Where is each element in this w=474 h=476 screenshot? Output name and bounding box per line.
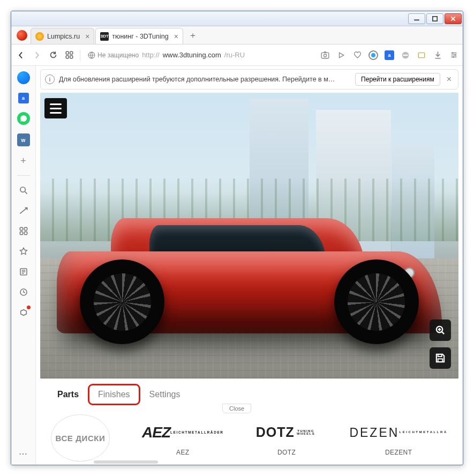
window-close-button[interactable] <box>445 13 462 24</box>
svg-point-13 <box>452 56 454 58</box>
svg-rect-18 <box>24 232 27 234</box>
whatsapp-icon[interactable] <box>17 112 30 125</box>
brand-logo-icon: DEZEN LEICHTMETALLRÄ <box>349 420 448 445</box>
download-icon[interactable] <box>433 50 442 60</box>
carousel-scrollbar[interactable] <box>94 460 158 464</box>
new-tab-button[interactable]: ＋ <box>186 29 199 42</box>
add-messenger-button[interactable]: + <box>18 155 29 167</box>
svg-point-11 <box>452 52 453 54</box>
svg-rect-9 <box>403 54 408 55</box>
browser-toolbar: Не защищено http://www.3dtuning.com/ru-R… <box>11 44 463 66</box>
brand-name: DEZENT <box>385 449 412 456</box>
svg-rect-1 <box>66 51 69 54</box>
history-icon[interactable] <box>18 286 29 298</box>
svg-rect-17 <box>20 232 22 234</box>
brand-item-dotz[interactable]: DOTZ TUNING WHEELS DOTZ <box>256 420 318 456</box>
svg-rect-10 <box>418 53 424 57</box>
panel-tabs: Parts Finishes Settings <box>48 384 451 405</box>
bookmarks-icon[interactable] <box>18 246 29 257</box>
flow-icon[interactable] <box>18 205 29 217</box>
save-button[interactable] <box>430 347 451 369</box>
browser-tab-lumpics[interactable]: Lumpics.ru × <box>31 28 94 44</box>
brand-name: AEZ <box>176 449 190 456</box>
extensions-icon[interactable] <box>18 307 29 318</box>
heart-icon[interactable] <box>352 50 362 60</box>
tab-finishes[interactable]: Finishes <box>88 384 140 405</box>
svg-point-14 <box>20 187 25 192</box>
vk-label: w <box>21 137 26 143</box>
brand-logo-main: DOTZ <box>256 427 295 438</box>
tuning-viewer: 3DT <box>40 93 458 465</box>
messenger-icon[interactable] <box>17 71 30 84</box>
save-expand-icon[interactable] <box>445 347 453 369</box>
panel-close-button[interactable]: Close <box>222 404 251 413</box>
viewer-menu-button[interactable] <box>44 98 67 118</box>
brand-item-aez[interactable]: AEZ LEICHTMETALLRÄDER AEZ <box>142 420 224 456</box>
car-canvas[interactable]: 3DT <box>40 93 458 378</box>
speed-dial-button[interactable] <box>64 50 74 61</box>
brand-name: DOTZ <box>277 449 296 456</box>
url-path: /ru-RU <box>224 51 245 59</box>
translate-sidebar-icon[interactable]: a <box>18 93 29 103</box>
address-bar[interactable]: Не защищено http://www.3dtuning.com/ru-R… <box>86 48 315 63</box>
sidebar-more-icon[interactable]: ⋯ <box>18 448 29 459</box>
brand-logo-sub: LEICHTMETALLRÄDER <box>170 431 224 434</box>
speed-dial-sidebar-icon[interactable] <box>18 225 29 237</box>
security-label: Не защищено <box>97 51 139 59</box>
sidebar-separator <box>17 175 30 176</box>
svg-rect-3 <box>66 56 69 58</box>
globe-icon <box>88 51 95 59</box>
brand-logo-icon: AEZ LEICHTMETALLRÄDER <box>142 420 224 445</box>
brand-carousel[interactable]: ВСЕ ДИСКИ AEZ LEICHTMETALLRÄDER AEZ DOTZ <box>48 405 451 463</box>
tab-settings[interactable]: Settings <box>140 384 190 405</box>
toolbar-right-icons: a <box>320 50 458 60</box>
back-button[interactable] <box>16 50 26 61</box>
tab-close-icon[interactable]: × <box>174 32 178 41</box>
brand-item-dezent[interactable]: DEZEN LEICHTMETALLRÄ DEZENT <box>349 420 448 456</box>
opera-logo-icon <box>17 30 27 41</box>
vpn-icon[interactable] <box>368 50 378 60</box>
wheel-front <box>80 259 164 344</box>
wallet-icon[interactable] <box>417 50 426 60</box>
favicon-icon <box>35 32 44 41</box>
parts-panel: Parts Finishes Settings Close ВСЕ ДИСКИ … <box>40 378 458 465</box>
window-minimize-button[interactable] <box>408 13 425 24</box>
go-to-extensions-button[interactable]: Перейти к расширениям <box>355 73 440 86</box>
url-host: www.3dtuning.com <box>163 51 221 59</box>
forward-button <box>32 50 42 61</box>
brand-logo-main: DEZEN <box>349 427 399 438</box>
adblock-icon[interactable] <box>401 50 410 60</box>
separator <box>80 50 80 61</box>
snapshot-icon[interactable] <box>320 50 330 60</box>
tab-parts[interactable]: Parts <box>48 384 88 405</box>
svg-rect-22 <box>438 354 442 356</box>
tab-title: тюнинг - 3DTuning <box>112 33 168 40</box>
infobar-close-icon[interactable]: × <box>445 75 454 84</box>
opera-sidebar: a w + ⋯ <box>11 66 36 465</box>
news-icon[interactable] <box>18 266 29 278</box>
easy-setup-icon[interactable] <box>449 50 458 60</box>
security-badge[interactable]: Не защищено <box>88 51 139 59</box>
reload-button[interactable] <box>48 50 58 61</box>
zoom-expand-icon[interactable] <box>445 319 453 341</box>
svg-point-12 <box>454 54 456 56</box>
svg-rect-6 <box>321 53 329 58</box>
tab-close-icon[interactable]: × <box>85 32 89 41</box>
translate-icon[interactable]: a <box>385 50 394 60</box>
browser-tabstrip: Lumpics.ru × 3DT тюнинг - 3DTuning × ＋ <box>11 26 463 44</box>
svg-rect-2 <box>70 51 72 54</box>
zoom-button[interactable] <box>430 319 451 341</box>
wheel-rear <box>334 259 419 344</box>
brand-logo-sub: LEICHTMETALLRÄ <box>399 431 448 434</box>
search-icon[interactable] <box>18 184 29 196</box>
page-content: i Для обновления расширений требуются до… <box>36 66 463 465</box>
svg-point-7 <box>323 54 326 56</box>
all-wheels-button[interactable]: ВСЕ ДИСКИ <box>51 414 110 462</box>
window-maximize-button[interactable] <box>426 13 443 24</box>
extension-infobar: i Для обновления расширений требуются до… <box>40 69 458 90</box>
browser-tab-3dtuning[interactable]: 3DT тюнинг - 3DTuning × <box>95 28 183 44</box>
brand-logo-main: AEZ <box>142 427 170 438</box>
play-icon[interactable] <box>336 50 346 60</box>
vk-icon[interactable]: w <box>17 133 30 146</box>
url-scheme: http:// <box>142 51 160 59</box>
